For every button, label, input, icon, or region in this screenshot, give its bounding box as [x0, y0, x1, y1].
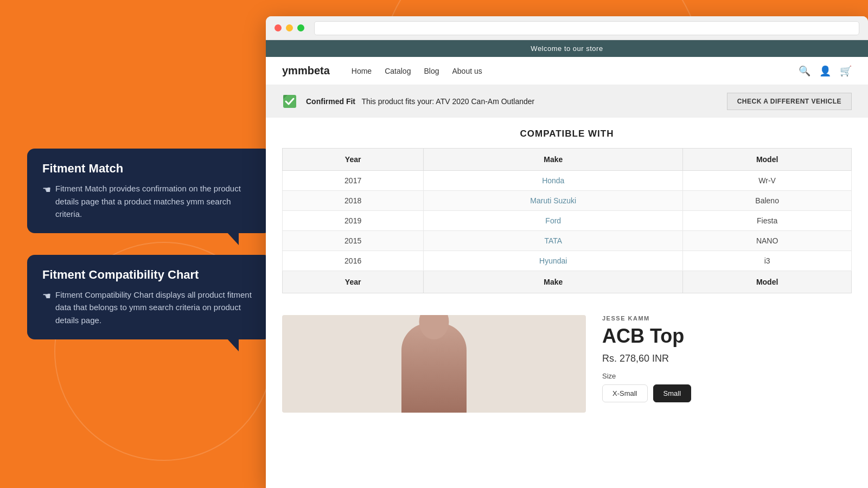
- product-info: JESSE KAMM ACB Top Rs. 278,60 INR Size X…: [602, 315, 852, 413]
- account-icon[interactable]: 👤: [819, 65, 831, 77]
- product-image: [282, 315, 586, 413]
- col-make-header: Make: [424, 149, 683, 171]
- store-content: Confirmed Fit This product fits your: AT…: [266, 85, 868, 483]
- table-footer-row: Year Make Model: [283, 271, 852, 293]
- fitment-bar: Confirmed Fit This product fits your: AT…: [266, 85, 868, 118]
- fitment-description: This product fits your: ATV 2020 Can-Am …: [361, 97, 534, 106]
- size-button[interactable]: X-Small: [602, 384, 648, 402]
- maximize-button-dot[interactable]: [297, 24, 304, 31]
- nav-links: Home Catalog Blog About us: [352, 67, 782, 75]
- product-price: Rs. 278,60 INR: [602, 353, 852, 364]
- cell-year: 2015: [283, 231, 424, 251]
- close-button-dot[interactable]: [275, 24, 282, 31]
- table-row: 2017HondaWr-V: [283, 171, 852, 191]
- table-row: 2016Hyundaii3: [283, 251, 852, 271]
- size-button[interactable]: Small: [653, 384, 692, 402]
- nav-catalog[interactable]: Catalog: [385, 67, 411, 75]
- col-model-footer: Model: [683, 271, 852, 293]
- fitment-compat-title: Fitment Compatibility Chart: [42, 268, 256, 282]
- cell-make: Ford: [424, 211, 683, 231]
- table-row: 2019FordFiesta: [283, 211, 852, 231]
- fitment-text: Confirmed Fit This product fits your: AT…: [306, 97, 534, 106]
- search-icon[interactable]: 🔍: [799, 65, 810, 77]
- confirmed-fit-label: Confirmed Fit: [306, 97, 355, 106]
- cart-icon[interactable]: 🛒: [840, 65, 852, 77]
- cell-model: Fiesta: [683, 211, 852, 231]
- check-vehicle-button[interactable]: CHECK A DIFFERENT VEHICLE: [727, 93, 852, 110]
- banner-text: Welcome to our store: [531, 44, 603, 53]
- product-name: ACB Top: [602, 325, 852, 348]
- browser-window: Welcome to our store ymmbeta Home Catalo…: [266, 16, 868, 488]
- cell-year: 2018: [283, 191, 424, 211]
- person-image: [401, 323, 467, 413]
- cell-model: i3: [683, 251, 852, 271]
- table-row: 2018Maruti SuzukiBaleno: [283, 191, 852, 211]
- table-row: 2015TATANANO: [283, 231, 852, 251]
- fitment-match-card: Fitment Match Fitment Match provides con…: [27, 149, 271, 233]
- fitment-match-description: Fitment Match provides confirmation on t…: [42, 182, 256, 220]
- cell-make: Hyundai: [424, 251, 683, 271]
- col-model-header: Model: [683, 149, 852, 171]
- compat-title: COMPATIBLE WITH: [282, 129, 852, 139]
- compat-section: COMPATIBLE WITH Year Make Model 2017Hond…: [266, 118, 868, 304]
- store-banner: Welcome to our store: [266, 40, 868, 57]
- nav-blog[interactable]: Blog: [424, 67, 439, 75]
- store-nav: ymmbeta Home Catalog Blog About us 🔍 👤 🛒: [266, 57, 868, 85]
- size-options: X-SmallSmall: [602, 384, 852, 402]
- cell-model: Baleno: [683, 191, 852, 211]
- minimize-button-dot[interactable]: [286, 24, 293, 31]
- left-panel: Fitment Match Fitment Match provides con…: [16, 0, 282, 488]
- fitment-compat-card: Fitment Compatibility Chart Fitment Comp…: [27, 255, 271, 339]
- confirmed-fit-icon: [282, 94, 297, 109]
- browser-chrome: [266, 16, 868, 40]
- cell-year: 2019: [283, 211, 424, 231]
- url-bar[interactable]: [314, 21, 859, 35]
- cell-year: 2017: [283, 171, 424, 191]
- col-year-footer: Year: [283, 271, 424, 293]
- nav-icons: 🔍 👤 🛒: [799, 65, 852, 77]
- cell-make: Honda: [424, 171, 683, 191]
- nav-home[interactable]: Home: [352, 67, 372, 75]
- cell-model: Wr-V: [683, 171, 852, 191]
- product-brand: JESSE KAMM: [602, 315, 852, 322]
- cell-make: Maruti Suzuki: [424, 191, 683, 211]
- col-make-footer: Make: [424, 271, 683, 293]
- fitment-compat-description: Fitment Compatibility Chart displays all…: [42, 288, 256, 326]
- nav-about[interactable]: About us: [452, 67, 482, 75]
- size-label: Size: [602, 372, 852, 380]
- store-logo: ymmbeta: [282, 65, 330, 77]
- cell-year: 2016: [283, 251, 424, 271]
- compat-table: Year Make Model 2017HondaWr-V2018Maruti …: [282, 148, 852, 293]
- product-section: JESSE KAMM ACB Top Rs. 278,60 INR Size X…: [266, 304, 868, 423]
- col-year-header: Year: [283, 149, 424, 171]
- cell-model: NANO: [683, 231, 852, 251]
- fitment-match-title: Fitment Match: [42, 162, 256, 176]
- table-header-row: Year Make Model: [283, 149, 852, 171]
- cell-make: TATA: [424, 231, 683, 251]
